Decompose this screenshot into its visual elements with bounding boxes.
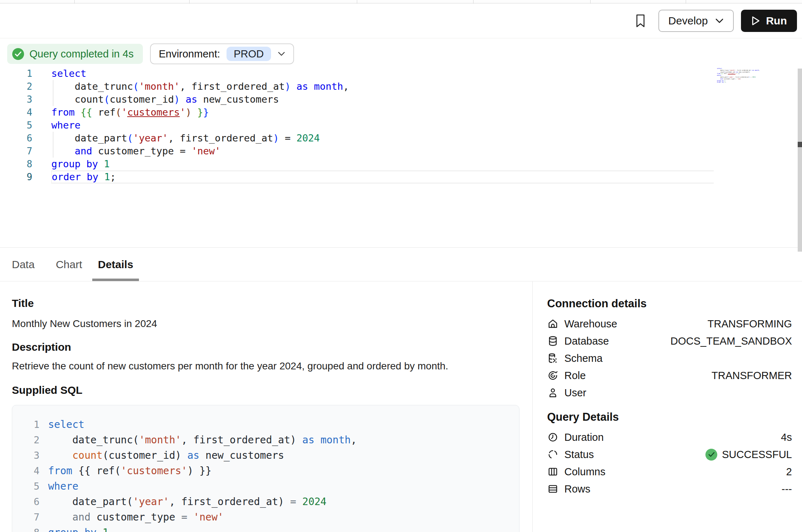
details-panel: Title Monthly New Customers in 2024 Desc… (0, 281, 802, 532)
warehouse-row: Warehouse TRANSFORMING (547, 315, 792, 332)
line-number: 1 (12, 419, 39, 430)
query-editor-app: Develop Run Query completed in 4s Enviro… (0, 0, 802, 532)
role-icon (547, 370, 559, 381)
supplied-sql-code: 1select2 date_trunc('month', first_order… (12, 417, 519, 532)
duration-label: Duration (564, 431, 604, 443)
warehouse-icon (547, 318, 559, 330)
code-line[interactable]: 5where (12, 479, 519, 494)
tab-data[interactable]: Data (6, 248, 40, 281)
code-line-text: date_trunc('month', first_ordered_at) as… (48, 432, 357, 448)
code-line[interactable]: 4from {{ ref('customers') }} (0, 106, 802, 119)
code-line-text: count(customer_id) as new_customers (51, 93, 714, 106)
code-line-text: where (48, 479, 78, 494)
run-label: Run (766, 15, 787, 27)
columns-value: 2 (786, 466, 792, 478)
code-line-text: where (51, 119, 714, 132)
description-value: Retrieve the count of new customers per … (12, 360, 519, 372)
status-value: SUCCESSFUL (722, 449, 792, 461)
code-line-text: order by 1; (51, 171, 714, 183)
supplied-sql-code-block: 1select2 date_trunc('month', first_order… (12, 405, 519, 532)
warehouse-label: Warehouse (564, 318, 617, 330)
line-number: 5 (12, 481, 39, 492)
chevron-down-icon (278, 51, 285, 56)
chevron-down-icon (715, 18, 724, 24)
line-number: 3 (12, 450, 39, 461)
warehouse-value: TRANSFORMING (708, 318, 792, 330)
code-line[interactable]: 9order by 1; (0, 171, 802, 183)
line-number: 4 (0, 107, 32, 118)
code-line[interactable]: 3 count(customer_id) as new_customers (0, 93, 802, 106)
status-icon (547, 449, 559, 460)
bookmark-button[interactable] (630, 11, 651, 31)
code-line-text: date_trunc('month', first_ordered_at) as… (51, 80, 714, 93)
code-line[interactable]: 8group by 1 (12, 525, 519, 532)
code-line[interactable]: 2 date_trunc('month', first_ordered_at) … (12, 432, 519, 448)
environment-selector[interactable]: Environment: PROD (150, 43, 294, 64)
scrollbar-thumb[interactable] (798, 142, 802, 147)
code-line[interactable]: 7 and customer_type = 'new' (12, 509, 519, 525)
schema-label: Schema (564, 353, 602, 364)
code-line-text: date_part('year', first_ordered_at) = 20… (51, 132, 714, 145)
database-label: Database (564, 335, 609, 347)
line-number: 9 (0, 172, 32, 182)
tab-details[interactable]: Details (92, 248, 139, 281)
status-row-item: Status SUCCESSFUL (547, 446, 792, 463)
code-line[interactable]: 6 date_part('year', first_ordered_at) = … (12, 494, 519, 509)
develop-dropdown-button[interactable]: Develop (658, 10, 734, 32)
editor-minimap[interactable]: select date_trunc('month', first_ordered… (717, 68, 756, 83)
line-number: 7 (0, 146, 32, 157)
role-value: TRANSFORMER (712, 370, 792, 382)
connection-details-rows: Warehouse TRANSFORMING Database DOCS_TEA… (547, 315, 792, 401)
schema-icon (547, 353, 559, 364)
code-line[interactable]: 1select (0, 67, 802, 80)
line-number: 8 (0, 159, 32, 169)
columns-label: Columns (564, 466, 605, 478)
code-line-text: from {{ ref('customers') }} (48, 463, 211, 479)
code-line[interactable]: 3 count(customer_id) as new_customers (12, 448, 519, 463)
bookmark-icon (634, 13, 647, 28)
line-number: 3 (0, 94, 32, 105)
query-details-heading: Query Details (547, 411, 792, 424)
code-line-text: date_part('year', first_ordered_at) = 20… (48, 494, 326, 509)
code-line-text: and customer_type = 'new' (51, 145, 714, 158)
success-check-icon (705, 449, 717, 461)
code-line[interactable]: 6 date_part('year', first_ordered_at) = … (0, 132, 802, 145)
code-line[interactable]: 1select (12, 417, 519, 432)
code-line[interactable]: 2 date_trunc('month', first_ordered_at) … (0, 80, 802, 93)
rows-row: Rows --- (547, 480, 792, 498)
tab-chart[interactable]: Chart (50, 248, 88, 281)
user-label: User (564, 387, 586, 399)
database-value: DOCS_TEAM_SANDBOX (671, 335, 792, 347)
line-number: 4 (12, 465, 39, 476)
editor-scrollbar[interactable] (798, 69, 802, 252)
description-heading: Description (12, 341, 519, 353)
code-line-text: and customer_type = 'new' (48, 509, 224, 525)
user-row: User (547, 384, 792, 401)
editor-code: 1select2 date_trunc('month', first_order… (0, 67, 802, 183)
rows-label: Rows (564, 483, 591, 495)
browser-tab-strip (0, 0, 802, 4)
code-line[interactable]: 5where (0, 119, 802, 132)
code-line[interactable]: 7 and customer_type = 'new' (0, 145, 802, 158)
columns-row: Columns 2 (547, 463, 792, 480)
connection-details-heading: Connection details (547, 297, 792, 310)
columns-icon (547, 466, 559, 477)
status-row: Query completed in 4s Environment: PROD (7, 43, 802, 64)
line-number: 6 (0, 133, 32, 144)
line-number: 2 (0, 81, 32, 92)
query-metadata-section: Title Monthly New Customers in 2024 Desc… (0, 281, 532, 532)
duration-row: Duration 4s (547, 429, 792, 446)
code-line-text: select (48, 417, 84, 432)
code-line[interactable]: 8group by 1 (0, 158, 802, 171)
sql-editor[interactable]: 1select2 date_trunc('month', first_order… (0, 64, 802, 247)
query-details-rows: Duration 4s Status SUCCESSFUL (547, 429, 792, 498)
rows-icon (547, 483, 559, 495)
database-icon (547, 335, 559, 347)
line-number: 6 (12, 496, 39, 507)
environment-value-badge: PROD (227, 47, 271, 61)
title-value: Monthly New Customers in 2024 (12, 318, 519, 330)
code-line[interactable]: 4from {{ ref('customers') }} (12, 463, 519, 479)
line-number: 8 (12, 527, 39, 532)
run-button[interactable]: Run (741, 10, 797, 32)
status-label: Status (564, 449, 594, 461)
